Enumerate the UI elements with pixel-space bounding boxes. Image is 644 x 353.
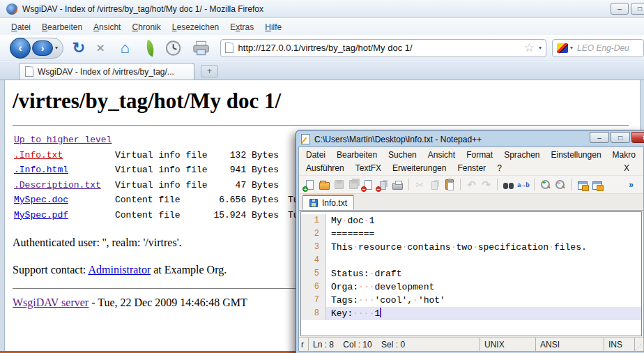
zoom-in-icon[interactable]: + <box>539 179 551 190</box>
minimize-icon[interactable]: – <box>611 3 629 15</box>
menu-bearbeiten[interactable]: Bearbeiten <box>36 20 88 34</box>
menu-bearbeiten[interactable]: Bearbeiten <box>331 149 383 161</box>
window-frame-left <box>0 80 5 351</box>
file-link-.info.txt[interactable]: .Info.txt <box>14 148 115 163</box>
file-size: 941 Bytes <box>209 163 279 178</box>
menu-datei[interactable]: Datei <box>6 20 36 34</box>
zoom-out-icon[interactable]: − <box>554 179 566 190</box>
copy-icon <box>429 179 440 190</box>
tab-wsgidav[interactable]: WsgiDAV - Index of /virtres/by_tag/... <box>19 63 194 80</box>
search-input[interactable]: LEO Eng-Deu <box>577 43 629 53</box>
line-text: Orga:···development <box>326 280 641 294</box>
notepad-window-title: C:\Users\Martin\Desktop\Info.txt - Notep… <box>314 135 482 144</box>
document-close-button[interactable]: X <box>620 162 634 174</box>
close-all-icon[interactable]: − <box>377 179 389 190</box>
toolbar-overflow-icon[interactable]: » <box>629 180 643 190</box>
url-dropdown-icon[interactable]: ▾ <box>539 45 542 51</box>
print-icon[interactable] <box>192 40 210 56</box>
menu-erweiterungen[interactable]: Erweiterungen <box>387 162 452 174</box>
menu-ausführen[interactable]: Ausführen <box>300 162 350 174</box>
new-tab-button[interactable]: + <box>201 65 218 77</box>
editor-line[interactable]: 4 <box>301 254 641 267</box>
leo-search-engine-icon[interactable] <box>557 43 568 53</box>
sync-vertical-icon[interactable] <box>576 179 588 190</box>
notepad-toolbar: +−−✂↶↷a→b+−» <box>299 175 643 194</box>
history-clock-icon[interactable] <box>165 40 181 57</box>
replace-icon[interactable]: a→b <box>517 179 529 190</box>
resize-grip[interactable] <box>635 338 644 351</box>
menu-textfx[interactable]: TextFX <box>350 162 387 174</box>
file-link-.info.html[interactable]: .Info.html <box>14 163 115 178</box>
line-number: 3 <box>301 241 326 254</box>
file-link-myspec.doc[interactable]: MySpec.doc <box>14 193 115 208</box>
line-number: 7 <box>301 294 326 307</box>
stop-button[interactable]: × <box>91 38 110 58</box>
menu-datei[interactable]: Datei <box>300 149 331 161</box>
menu-format[interactable]: Format <box>461 149 498 161</box>
url-bar[interactable]: http://127.0.0.1/virtres/by_tag/hot/My d… <box>220 39 546 57</box>
editor-line[interactable]: 7Tags:···'cool',·'hot' <box>301 294 641 307</box>
print-icon[interactable] <box>392 179 404 190</box>
home-button[interactable]: ⌂ <box>116 38 135 58</box>
status-insert-mode: INS <box>604 338 635 351</box>
line-text: ======== <box>326 227 641 241</box>
maximize-icon[interactable]: □ <box>611 132 630 143</box>
refresh-button[interactable]: ↻ <box>69 38 88 58</box>
open-folder-icon[interactable] <box>319 179 330 190</box>
editor-line[interactable]: 6Orga:···development <box>301 280 641 294</box>
close-icon[interactable]: × <box>631 132 644 143</box>
text-caret <box>380 308 381 317</box>
bookmark-star-icon[interactable]: ☆ <box>524 42 535 54</box>
wsgidav-server-link[interactable]: WsgiDAV server <box>13 296 89 308</box>
history-dropdown-icon[interactable]: ▾ <box>55 45 58 51</box>
save-all-icon <box>348 179 360 190</box>
menu-makro[interactable]: Makro <box>607 149 641 161</box>
maximize-icon[interactable]: □ <box>631 3 644 15</box>
menu-fenster[interactable]: Fenster <box>452 162 491 174</box>
url-input[interactable]: http://127.0.0.1/virtres/by_tag/hot/My d… <box>238 43 524 53</box>
text-editor[interactable]: 1My·doc·12========3This·resource·contain… <box>300 211 642 336</box>
paste-icon[interactable] <box>443 179 455 190</box>
menu-chronik[interactable]: Chronik <box>126 20 166 34</box>
menu-lesezeichen[interactable]: Lesezeichen <box>167 20 224 34</box>
menu-sprachen[interactable]: Sprachen <box>498 149 545 161</box>
editor-line[interactable]: 1My·doc·1 <box>301 214 641 227</box>
notepad-titlebar[interactable]: C:\Users\Martin\Desktop\Info.txt - Notep… <box>298 132 644 147</box>
search-bar[interactable]: ▾ LEO Eng-Deu <box>552 39 644 57</box>
menu-?[interactable]: ? <box>491 162 507 174</box>
minimize-icon[interactable]: – <box>590 132 609 143</box>
forward-button[interactable]: › <box>32 40 53 56</box>
notepad-menubar: DateiBearbeitenSuchenAnsichtFormatSprach… <box>299 147 643 175</box>
notepad-statusbar: r Ln : 8 Col : 10 Sel : 0 UNIX ANSI INS <box>299 337 643 351</box>
editor-line[interactable]: 5Status:·draft <box>301 267 641 280</box>
find-icon[interactable] <box>503 179 514 190</box>
administrator-link[interactable]: Administrator <box>88 264 151 276</box>
notepad-tabbar: Info.txt <box>299 194 643 211</box>
search-engine-dropdown-icon[interactable]: ▾ <box>570 45 573 51</box>
status-encoding: ANSI <box>536 338 604 351</box>
toolbar-separator <box>534 179 535 190</box>
editor-line[interactable]: 3This·resource·contains·two·specificatio… <box>301 241 641 254</box>
menu-hilfe[interactable]: Hilfe <box>259 20 287 34</box>
line-text: This·resource·contains·two·specification… <box>326 241 641 254</box>
support-suffix: at Example Org. <box>151 264 227 276</box>
up-to-higher-level-link[interactable]: Up to higher level <box>14 135 112 145</box>
menu-extras[interactable]: Extras <box>224 20 259 34</box>
file-link-.description.txt[interactable]: .Description.txt <box>14 178 115 193</box>
sync-horizontal-icon[interactable] <box>591 179 603 190</box>
editor-line[interactable]: 2======== <box>301 227 641 241</box>
back-button[interactable]: ‹ <box>10 38 31 59</box>
menu-suchen[interactable]: Suchen <box>383 149 422 161</box>
file-link-myspec.pdf[interactable]: MySpec.pdf <box>14 208 115 223</box>
menu-ansicht[interactable]: Ansicht <box>422 149 461 161</box>
line-text: Tags:···'cool',·'hot' <box>326 294 641 307</box>
cut-icon: ✂ <box>414 179 426 190</box>
tab-info-txt[interactable]: Info.txt <box>302 195 354 210</box>
menu-einstellungen[interactable]: Einstellungen <box>546 149 607 161</box>
editor-line[interactable]: 8Key:····1 <box>301 307 641 320</box>
menu-ansicht[interactable]: Ansicht <box>88 20 126 34</box>
addon-leaf-icon[interactable] <box>144 39 156 56</box>
line-number: 6 <box>301 280 326 294</box>
new-file-icon[interactable]: + <box>304 179 316 190</box>
close-file-icon[interactable]: − <box>362 179 374 190</box>
